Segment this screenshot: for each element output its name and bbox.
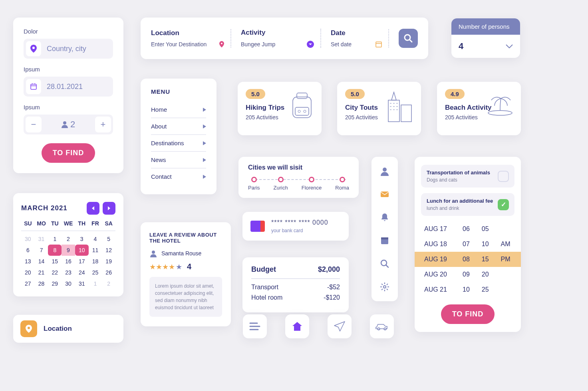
schedule-row[interactable]: AUG 190815PM — [415, 252, 521, 267]
budget-row: Hotel room-$120 — [251, 294, 340, 301]
menu-item[interactable]: Destinations — [151, 135, 206, 152]
option-row[interactable]: Transportation of animalsDogs and cats — [421, 165, 514, 188]
prev-month-button[interactable] — [87, 202, 99, 215]
city-stop: Roma — [335, 177, 349, 191]
mail-icon[interactable] — [380, 190, 389, 199]
date-input[interactable]: 28.01.2021 — [24, 77, 113, 97]
calendar-day[interactable]: 17 — [75, 256, 89, 267]
calendar-day[interactable]: 13 — [21, 256, 35, 267]
review-panel: LEAVE A REVIEW ABOUT THE HOTEL Samanta R… — [141, 222, 231, 326]
menu-item[interactable]: About — [151, 118, 206, 135]
calendar-day[interactable]: 31 — [35, 233, 48, 245]
dropdown-icon — [307, 41, 314, 48]
calendar-day[interactable]: 11 — [89, 245, 102, 256]
calendar-day[interactable]: 15 — [48, 256, 62, 267]
calendar-day[interactable]: 23 — [62, 267, 75, 278]
calendar-day[interactable]: 9 — [62, 245, 75, 256]
calendar-day[interactable]: 2 — [62, 233, 75, 245]
calendar-day[interactable]: 10 — [75, 245, 89, 256]
destination-input[interactable]: Country, city — [24, 39, 113, 59]
calendar-day[interactable]: 18 — [89, 256, 102, 267]
calendar-day[interactable]: 5 — [102, 233, 115, 245]
svg-rect-30 — [381, 237, 388, 239]
next-month-button[interactable] — [103, 202, 115, 215]
calendar-day[interactable]: 26 — [102, 267, 115, 278]
date-section[interactable]: Date Set date — [331, 29, 389, 47]
search-icon[interactable] — [380, 259, 389, 269]
calendar-day[interactable]: 30 — [62, 278, 75, 289]
calendar-day[interactable]: 19 — [102, 256, 115, 267]
find-button[interactable]: TO FIND — [441, 304, 495, 324]
field-label: Dolor — [24, 28, 113, 35]
flight-button[interactable] — [328, 314, 352, 338]
calendar-day[interactable]: 30 — [21, 233, 35, 245]
calendar-day[interactable]: 14 — [35, 256, 48, 267]
calendar-day[interactable]: 27 — [21, 278, 35, 289]
calendar-day[interactable]: 31 — [75, 278, 89, 289]
svg-point-13 — [298, 110, 300, 113]
calendar-day[interactable]: 20 — [21, 267, 35, 278]
chevron-down-icon — [506, 44, 513, 48]
pin-icon — [20, 320, 37, 337]
svg-point-26 — [488, 111, 512, 115]
home-button[interactable] — [285, 314, 309, 338]
calendar-day[interactable]: 3 — [75, 233, 89, 245]
location-section[interactable]: Location Enter Your Destination — [151, 29, 231, 47]
gear-icon[interactable] — [380, 282, 389, 292]
calendar-day[interactable]: 28 — [35, 278, 48, 289]
svg-point-39 — [152, 251, 155, 254]
menu-item[interactable]: Home — [151, 101, 206, 118]
calendar-day[interactable]: 16 — [62, 256, 75, 267]
calendar-day[interactable]: 8 — [48, 245, 62, 256]
car-button[interactable] — [370, 314, 394, 338]
calendar-day[interactable]: 25 — [89, 267, 102, 278]
schedule-row[interactable]: AUG 211025 — [415, 282, 521, 297]
find-button[interactable]: TO FIND — [42, 143, 95, 163]
menu-item[interactable]: Contact — [151, 168, 206, 185]
menu-panel: MENU HomeAboutDestinationsNewsContact — [141, 79, 217, 194]
bell-icon[interactable] — [380, 213, 389, 222]
bank-card[interactable]: **** **** **** 0000your bank card — [242, 212, 349, 241]
calendar-day[interactable]: 7 — [35, 245, 48, 256]
activity-section[interactable]: Activity Bungee Jump — [241, 29, 321, 48]
calendar-day[interactable]: 1 — [89, 278, 102, 289]
calendar-day[interactable]: 21 — [35, 267, 48, 278]
cities-panel: Cities we will sisit ParisZurichFlorence… — [238, 157, 359, 198]
calendar-day[interactable]: 1 — [48, 233, 62, 245]
search-button[interactable] — [399, 29, 418, 48]
checkbox[interactable] — [498, 171, 509, 182]
persons-select[interactable]: Number of persons 4 — [451, 18, 520, 58]
activity-card-city[interactable]: 5.0 City Touts 205 Activities — [337, 82, 421, 135]
activity-card-hiking[interactable]: 5.0 Hiking Trips 205 Activities — [238, 82, 322, 135]
calendar-day[interactable]: 4 — [89, 233, 102, 245]
field-label: Ipsum — [24, 66, 113, 73]
pin-icon — [219, 41, 224, 47]
person-icon — [62, 121, 68, 128]
menu-item[interactable]: News — [151, 152, 206, 168]
option-row[interactable]: Lunch for an additional feelunch and dri… — [421, 193, 514, 216]
buildings-icon — [386, 91, 414, 122]
calendar-day[interactable]: 22 — [48, 267, 62, 278]
activity-card-beach[interactable]: 4.9 Beach Activity 205 Activities — [437, 82, 521, 135]
increment-button[interactable]: + — [95, 117, 111, 132]
schedule-row[interactable]: AUG 180710AM — [415, 237, 521, 252]
checkbox[interactable]: ✓ — [498, 199, 509, 210]
calendar-day[interactable]: 24 — [75, 267, 89, 278]
calendar-day[interactable]: 6 — [21, 245, 35, 256]
calendar-icon[interactable] — [380, 236, 389, 245]
rating-stars[interactable]: ★★★★★ 4 — [149, 262, 222, 271]
menu-button[interactable] — [243, 314, 267, 338]
schedule-row[interactable]: AUG 200920 — [415, 267, 521, 282]
calendar-day[interactable]: 12 — [102, 245, 115, 256]
calendar-day[interactable]: 29 — [48, 278, 62, 289]
svg-point-38 — [384, 328, 386, 330]
chevron-right-icon — [203, 175, 206, 179]
review-text[interactable]: Lorem ipsum dolor sit amet, consectetuer… — [149, 277, 222, 317]
calendar-icon — [375, 41, 382, 47]
chevron-right-icon — [203, 124, 206, 128]
user-icon[interactable] — [380, 166, 389, 176]
location-pill[interactable]: Location — [13, 315, 123, 343]
schedule-row[interactable]: AUG 170605 — [415, 221, 521, 237]
decrement-button[interactable]: − — [26, 117, 42, 132]
calendar-day[interactable]: 2 — [102, 278, 115, 289]
